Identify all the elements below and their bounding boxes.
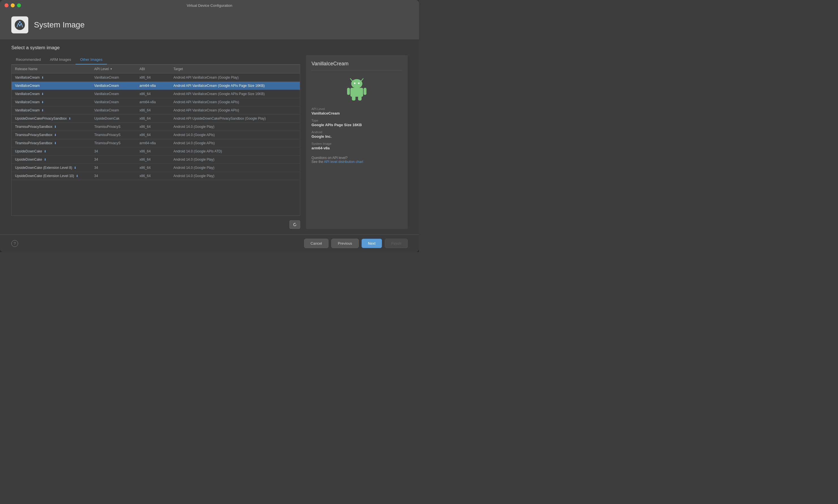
section-title: Select a system image	[11, 45, 300, 51]
tab-other-images[interactable]: Other Images	[75, 55, 107, 65]
cell-abi: arm64-v8a	[140, 141, 174, 145]
type-label: Type	[311, 119, 402, 122]
tabs: Recommended ARM Images Other Images	[11, 55, 300, 65]
tab-recommended[interactable]: Recommended	[11, 55, 45, 65]
detail-image-name: VanillaIceCream	[311, 61, 402, 70]
table-row[interactable]: VanillaIceCream VanillaIceCream arm64-v8…	[12, 82, 300, 90]
detail-type-section: Type Google APIs Page Size 16KB	[311, 119, 402, 127]
table-row[interactable]: VanillaIceCream ⬇ VanillaIceCream x86_64…	[12, 74, 300, 82]
cell-abi: x86_64	[140, 158, 174, 162]
help-button[interactable]: ?	[11, 240, 18, 247]
col-api-level[interactable]: API Level ▼	[94, 67, 140, 71]
android-label: Android	[311, 130, 402, 134]
cell-api-level: TiramisuPrivacyS	[94, 141, 140, 145]
table-row[interactable]: UpsideDownCake ⬇ 34 x86_64 Android 14.0 …	[12, 147, 300, 156]
cell-api-level: 34	[94, 166, 140, 170]
cancel-button[interactable]: Cancel	[304, 239, 328, 248]
cell-target: Android 14.0 (Google APIs)	[174, 141, 297, 145]
table-row[interactable]: UpsideDownCake (Extension Level 8) ⬇ 34 …	[12, 164, 300, 172]
cell-release-name: VanillaIceCream ⬇	[15, 75, 94, 79]
cell-target: Android API VanillaIceCream (Google Play…	[174, 75, 297, 79]
svg-point-5	[354, 83, 355, 84]
cell-api-level: VanillaIceCream	[94, 108, 140, 112]
table-body: VanillaIceCream ⬇ VanillaIceCream x86_64…	[12, 74, 300, 216]
cell-api-level: VanillaIceCream	[94, 100, 140, 104]
table-row[interactable]: VanillaIceCream ⬇ VanillaIceCream x86_64…	[12, 106, 300, 114]
table-row[interactable]: UpsideDownCakePrivacySandbox ⬇ UpsideDow…	[12, 114, 300, 123]
cell-api-level: 34	[94, 174, 140, 178]
cell-api-level: 34	[94, 158, 140, 162]
svg-rect-8	[347, 88, 350, 95]
cell-api-level: VanillaIceCream	[94, 75, 140, 79]
cell-api-level: UpsideDownCak	[94, 116, 140, 121]
svg-rect-11	[358, 96, 362, 101]
footer-right: Cancel Previous Next Finish	[304, 239, 408, 248]
cell-abi: x86_64	[140, 108, 174, 112]
table-row[interactable]: TiramisuPrivacySandbox ⬇ TiramisuPrivacy…	[12, 131, 300, 139]
table-row[interactable]: TiramisuPrivacySandbox ⬇ TiramisuPrivacy…	[12, 123, 300, 131]
cell-release-name: VanillaIceCream ⬇	[15, 92, 94, 96]
svg-rect-7	[351, 88, 363, 97]
fullscreen-button[interactable]	[17, 3, 21, 7]
cell-target: Android 14.0 (Google APIs)	[174, 133, 297, 137]
col-target: Target	[174, 67, 297, 71]
titlebar: Virtual Device Configuration	[0, 0, 419, 11]
detail-card: VanillaIceCream	[306, 55, 408, 229]
close-button[interactable]	[4, 3, 8, 7]
cell-target: Android API VanillaIceCream (Google APIs…	[174, 108, 297, 112]
system-image-value: arm64-v8a	[311, 146, 402, 150]
cell-release-name: VanillaIceCream ⬇	[15, 108, 94, 112]
type-value: Google APIs Page Size 16KB	[311, 123, 402, 127]
download-icon: ⬇	[54, 133, 57, 137]
cell-target: Android API VanillaIceCream (Google APIs…	[174, 84, 297, 88]
system-image-label: System Image	[311, 142, 402, 145]
page-title: System Image	[34, 20, 85, 30]
header: System Image	[0, 11, 419, 39]
svg-rect-10	[352, 96, 356, 101]
table-header: Release Name API Level ▼ ABI Target	[12, 65, 300, 74]
cell-release-name: UpsideDownCake ⬇	[15, 158, 94, 162]
download-icon: ⬇	[76, 174, 78, 178]
cell-abi: x86_64	[140, 116, 174, 121]
cell-abi: x86_64	[140, 75, 174, 79]
cell-api-level: TiramisuPrivacyS	[94, 133, 140, 137]
download-icon: ⬇	[41, 92, 44, 96]
table-row[interactable]: VanillaIceCream ⬇ VanillaIceCream arm64-…	[12, 98, 300, 106]
previous-button[interactable]: Previous	[331, 239, 359, 248]
cell-abi: arm64-v8a	[140, 100, 174, 104]
right-panel: VanillaIceCream	[306, 45, 408, 229]
cell-abi: x86_64	[140, 133, 174, 137]
table-row[interactable]: TiramisuPrivacySandbox ⬇ TiramisuPrivacy…	[12, 139, 300, 147]
cell-api-level: VanillaIceCream	[94, 92, 140, 96]
system-image-table: Release Name API Level ▼ ABI Target Vani…	[11, 65, 300, 216]
main-window: Virtual Device Configuration System Imag…	[0, 0, 419, 252]
next-button[interactable]: Next	[361, 239, 382, 248]
download-icon: ⬇	[54, 141, 57, 145]
api-level-link[interactable]: API level distribution chart	[324, 160, 363, 164]
refresh-button[interactable]	[289, 220, 300, 229]
cell-abi: x86_64	[140, 92, 174, 96]
table-row[interactable]: UpsideDownCake (Extension Level 10) ⬇ 34…	[12, 172, 300, 180]
svg-point-4	[351, 79, 362, 88]
app-icon	[11, 16, 28, 33]
window-title: Virtual Device Configuration	[187, 3, 232, 7]
minimize-button[interactable]	[11, 3, 15, 7]
svg-point-1	[19, 21, 21, 23]
detail-android-section: Android Google Inc.	[311, 130, 402, 139]
cell-target: Android API UpsideDownCakePrivacySandbox…	[174, 116, 297, 121]
tab-arm-images[interactable]: ARM Images	[45, 55, 75, 65]
table-row[interactable]: UpsideDownCake ⬇ 34 x86_64 Android 14.0 …	[12, 156, 300, 164]
download-icon: ⬇	[41, 76, 44, 79]
cell-release-name: UpsideDownCake ⬇	[15, 149, 94, 153]
download-icon: ⬇	[44, 158, 47, 162]
android-value: Google Inc.	[311, 134, 402, 139]
cell-release-name: TiramisuPrivacySandbox ⬇	[15, 133, 94, 137]
download-icon: ⬇	[74, 166, 76, 170]
cell-release-name: UpsideDownCakePrivacySandbox ⬇	[15, 116, 94, 121]
content-area: Select a system image Recommended ARM Im…	[0, 39, 419, 234]
cell-target: Android 14.0 (Google Play)	[174, 174, 297, 178]
detail-api-level-section: API Level VanillaIceCream	[311, 107, 402, 115]
table-row[interactable]: VanillaIceCream ⬇ VanillaIceCream x86_64…	[12, 90, 300, 98]
finish-button[interactable]: Finish	[385, 239, 408, 248]
footer: ? Cancel Previous Next Finish	[0, 234, 419, 252]
